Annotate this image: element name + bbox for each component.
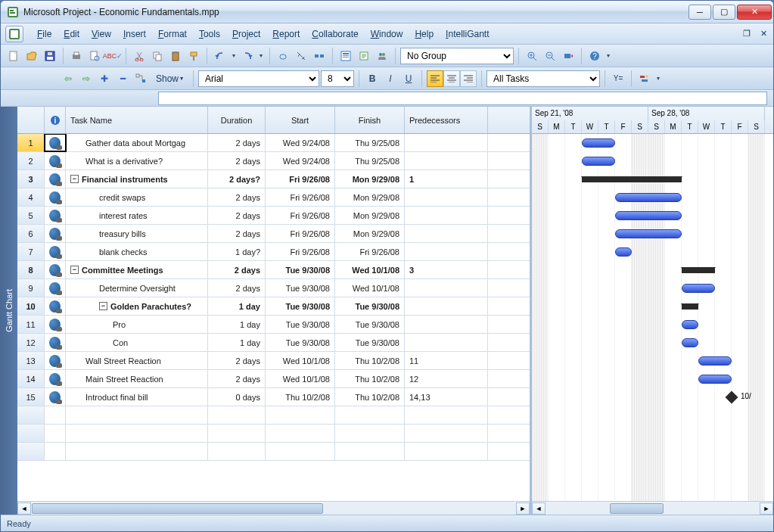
table-row[interactable]: 2What is a derivative?2 daysWed 9/24/08T…: [17, 152, 530, 170]
task-bar[interactable]: [615, 229, 682, 238]
task-name-cell[interactable]: interest rates: [66, 207, 208, 224]
table-row[interactable]: 15Introduct final bill0 daysThu 10/2/08T…: [17, 388, 530, 406]
assign-resources-icon[interactable]: [374, 48, 390, 64]
finish-cell[interactable]: Wed 10/1/08: [335, 261, 405, 278]
zoom-in-icon[interactable]: [524, 48, 540, 64]
finish-cell[interactable]: Tue 9/30/08: [335, 297, 405, 315]
indent-nav-icon[interactable]: ⇨: [78, 70, 95, 87]
row-number[interactable]: 5: [17, 207, 45, 224]
task-filter-select[interactable]: All Tasks: [486, 70, 600, 87]
info-cell[interactable]: [45, 170, 66, 188]
finish-cell[interactable]: [335, 425, 405, 442]
font-size-select[interactable]: 8: [321, 70, 354, 87]
underline-icon[interactable]: U: [400, 70, 417, 87]
finish-cell[interactable]: Thu 10/2/08: [335, 370, 405, 387]
restore-window-icon[interactable]: ❐: [741, 29, 752, 39]
expand-icon[interactable]: ✚: [96, 70, 113, 87]
table-row[interactable]: 9Determine Oversight2 daysTue 9/30/08Wed…: [17, 279, 530, 297]
info-cell[interactable]: [45, 152, 66, 170]
menu-file[interactable]: File: [31, 26, 58, 42]
row-number[interactable]: 9: [17, 279, 45, 297]
table-row[interactable]: 8−Committee Meetings2 daysTue 9/30/08Wed…: [17, 261, 530, 279]
formula-input[interactable]: [158, 92, 767, 105]
table-row[interactable]: 1Gather data about Mortgag2 daysWed 9/24…: [17, 134, 530, 152]
info-cell[interactable]: [45, 406, 66, 424]
summary-bar[interactable]: [682, 267, 715, 273]
pred-cell[interactable]: [405, 334, 488, 351]
align-left-icon[interactable]: [427, 70, 443, 87]
task-name-cell[interactable]: Gather data about Mortgag: [66, 134, 208, 151]
menu-help[interactable]: Help: [409, 26, 440, 42]
info-cell[interactable]: [45, 425, 66, 442]
summary-bar[interactable]: [582, 176, 682, 182]
pred-cell[interactable]: [405, 297, 488, 315]
font-select[interactable]: Arial: [198, 70, 319, 87]
collapse-toggle-icon[interactable]: −: [70, 175, 79, 183]
task-bar[interactable]: [698, 356, 732, 366]
pred-cell[interactable]: [405, 279, 488, 297]
row-number[interactable]: 4: [17, 188, 45, 206]
finish-cell[interactable]: Mon 9/29/08: [335, 207, 405, 224]
menu-intelligantt[interactable]: IntelliGantt: [440, 26, 495, 42]
dur-cell[interactable]: 2 days: [208, 279, 266, 297]
info-cell[interactable]: [45, 243, 66, 260]
task-bar[interactable]: [582, 138, 615, 148]
start-cell[interactable]: Fri 9/26/08: [266, 225, 335, 242]
dur-cell[interactable]: 2 days: [208, 134, 266, 151]
summary-bar[interactable]: [682, 303, 698, 310]
milestone-marker[interactable]: [726, 391, 738, 404]
header-duration[interactable]: Duration: [208, 107, 266, 133]
gantt-scroll-right-icon[interactable]: ►: [760, 502, 773, 515]
info-cell[interactable]: [45, 134, 66, 151]
info-cell[interactable]: [45, 316, 66, 333]
scroll-right-icon[interactable]: ►: [516, 502, 530, 515]
finish-cell[interactable]: Mon 9/29/08: [335, 170, 405, 188]
task-name-cell[interactable]: Con: [66, 334, 208, 351]
outdent-nav-icon[interactable]: ⇦: [60, 70, 76, 87]
close-doc-icon[interactable]: ✕: [758, 29, 769, 39]
row-number[interactable]: [17, 443, 45, 460]
task-name-cell[interactable]: Introduct final bill: [66, 388, 208, 406]
finish-cell[interactable]: Thu 10/2/08: [335, 388, 405, 406]
task-bar[interactable]: [682, 338, 698, 347]
format-painter-icon[interactable]: [185, 48, 202, 64]
undo-dropdown-icon[interactable]: ▾: [230, 52, 238, 59]
task-bar[interactable]: [615, 247, 632, 257]
table-row[interactable]: [17, 425, 530, 443]
pred-cell[interactable]: [405, 425, 488, 442]
unlink-icon[interactable]: [293, 48, 309, 64]
new-icon[interactable]: [5, 48, 22, 64]
start-cell[interactable]: Wed 10/1/08: [266, 370, 335, 387]
start-cell[interactable]: Fri 9/26/08: [266, 170, 335, 188]
menu-format[interactable]: Format: [152, 26, 193, 42]
table-row[interactable]: 3−Financial instruments2 days?Fri 9/26/0…: [17, 170, 530, 188]
collapse-toggle-icon[interactable]: −: [70, 266, 79, 274]
task-name-cell[interactable]: [66, 443, 208, 460]
pred-cell[interactable]: [405, 134, 488, 151]
menu-project[interactable]: Project: [226, 26, 266, 42]
dur-cell[interactable]: [208, 425, 266, 442]
menu-view[interactable]: View: [85, 26, 117, 42]
save-icon[interactable]: [42, 48, 58, 64]
redo-dropdown-icon[interactable]: ▾: [257, 52, 265, 59]
help-icon[interactable]: ?: [586, 48, 603, 64]
task-name-cell[interactable]: [66, 406, 208, 424]
info-cell[interactable]: [45, 334, 66, 351]
pred-cell[interactable]: 12: [405, 370, 488, 387]
gantt-wizard-icon[interactable]: [636, 70, 653, 87]
dur-cell[interactable]: 1 day: [208, 297, 266, 315]
gantt-hscroll[interactable]: ◄ ►: [532, 501, 773, 515]
menu-edit[interactable]: Edit: [58, 26, 85, 42]
task-info-icon[interactable]: [337, 48, 354, 64]
start-cell[interactable]: Tue 9/30/08: [266, 334, 335, 351]
table-row[interactable]: 13Wall Street Reaction2 daysWed 10/1/08T…: [17, 352, 530, 370]
task-name-cell[interactable]: credit swaps: [66, 188, 208, 206]
dur-cell[interactable]: 2 days?: [208, 170, 266, 188]
task-name-cell[interactable]: What is a derivative?: [66, 152, 208, 170]
row-number[interactable]: 10: [17, 297, 45, 315]
task-name-cell[interactable]: Pro: [66, 316, 208, 333]
start-cell[interactable]: Tue 9/30/08: [266, 297, 335, 315]
menu-collaborate[interactable]: Collaborate: [306, 26, 364, 42]
collapse-toggle-icon[interactable]: −: [99, 302, 107, 310]
row-number[interactable]: 6: [17, 225, 45, 242]
